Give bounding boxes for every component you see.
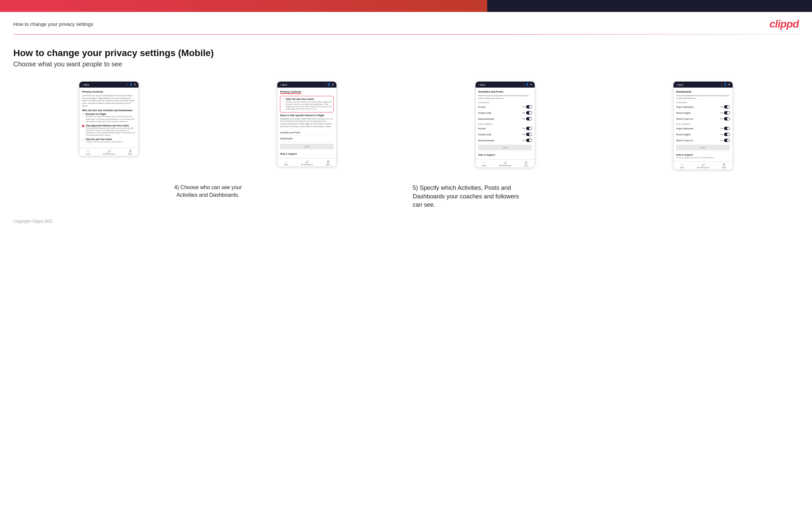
search-icon-2: ⌕ [325,83,326,86]
topbar-icons-1: ⌕ 👤 ⚙ [127,83,136,86]
radio-highlight[interactable] [282,98,284,101]
nav-performance-1[interactable]: 📈 My Performance [103,150,115,155]
toggle-player-dashboard-followers-switch[interactable] [724,127,730,130]
menu-label-3: Menu [524,165,528,167]
option-everyone: Everyone on Clippd Everyone on Clippd ca… [82,113,136,122]
toggle-practice-coaches-switch[interactable] [526,111,532,114]
nav-performance-4[interactable]: 📈 My Performance [697,163,709,169]
toggle-rounds-followers-switch[interactable] [526,127,532,130]
header-title: How to change your privacy settings [13,21,93,27]
toggle-manual-followers: Manual Activities ON [478,138,532,143]
highlight-title-2: Only You and Your Coach [286,98,332,100]
logo: clippd [769,18,799,30]
performance-icon-1: 📈 [107,150,111,153]
nav-home-1[interactable]: ⌂ Home [86,150,90,155]
performance-label-2: My Performance [301,164,313,166]
nav-menu-1[interactable]: ☰ Menu [128,150,132,155]
round-insights-label-coaches: Round Insights [676,112,691,114]
phone-nav-3: ⌂ Home 📈 My Performance ☰ Menu [475,159,535,168]
toggle-manual-followers-switch[interactable] [526,139,532,142]
toggle-practice-followers-switch[interactable] [526,133,532,136]
round-insights-label-followers: Round Insights [676,133,691,136]
performance-label-4: My Performance [697,167,709,169]
radio-approved[interactable] [82,125,84,127]
toggle-player-dashboard-followers: Player Dashboard ON [676,126,730,131]
toggle-round-insights-followers: Round Insights ON [676,132,730,137]
caption-group-right: 5) Specify which Activities, Posts and D… [406,178,796,209]
back-btn-1[interactable]: < Back [82,83,89,86]
player-dashboard-label-followers: Player Dashboard [676,127,694,130]
phone-nav-4: ⌂ Home 📈 My Performance ☰ Menu [673,161,732,170]
chevron-activities-2: › [333,131,334,134]
nav-menu-4[interactable]: ☰ Menu [722,163,726,169]
player-dashboard-label-coaches: Player Dashboard [676,106,694,108]
highlight-body-2: Only you and the coaches you connect wit… [286,101,332,111]
dashboards-label-2: Dashboards [280,137,293,140]
topbar-icons-2: ⌕ 👤 ⚙ [325,83,334,86]
performance-label-1: My Performance [103,153,115,155]
menu-label-1: Menu [128,153,132,155]
header: How to change your privacy settings clip… [0,12,812,34]
phone-mockup-1: < Back ⌕ 👤 ⚙ Privacy Controls Control ho… [79,81,139,156]
toggle-rounds-coaches-switch[interactable] [526,105,532,109]
manual-coaches-on-label: ON [522,118,525,120]
chevron-dashboards-2: › [333,137,334,140]
list-dashboards-2[interactable]: Dashboards › [280,136,334,142]
screenshot-group-3: < Back ⌕ 👤 ⚙ Activities and Posts Select… [409,81,601,168]
phone-content-1: Privacy Controls Control how you and you… [80,88,139,148]
back-btn-3[interactable]: < Back [478,83,486,86]
performance-icon-4: 📈 [701,163,705,167]
toggle-round-insights-followers-switch[interactable] [724,133,730,136]
menu-icon-3: ☰ [525,161,527,165]
phone-mockup-3: < Back ⌕ 👤 ⚙ Activities and Posts Select… [475,81,535,168]
back-btn-2[interactable]: < Back [280,83,287,86]
back-btn-4[interactable]: < Back [676,83,683,86]
save-btn-4[interactable]: Save [676,145,730,150]
nav-performance-2[interactable]: 📈 My Performance [301,160,313,166]
footer: Copyright Clippd 2022 [0,209,812,230]
search-icon-3: ⌕ [523,83,524,86]
menu-icon-4: ☰ [723,163,725,167]
player-dashboard-coaches-on: ON [720,106,723,108]
menu-icon-2: ☰ [327,160,329,164]
toggle-player-dashboard-coaches-switch[interactable] [724,105,730,109]
toggle-what-to-work-followers-switch[interactable] [724,139,730,142]
home-label-2: Home [284,164,288,166]
screenshot-group-4: < Back ⌕ 👤 ⚙ Dashboards Select the dashb… [607,81,799,170]
toggle-what-to-work-coaches: What To Work On ON [676,116,730,121]
phone-topbar-2: < Back ⌕ 👤 ⚙ [277,81,337,88]
radio-coach-only[interactable] [82,138,84,141]
top-bar-right [487,0,812,12]
option-coach-only-label: Only You and Your Coach [86,138,123,140]
help-support-body-4: Visit our Clippd community to troublesho… [676,157,730,159]
toggle-practice-coaches: Practice Drills ON [478,111,532,115]
toggle-round-insights-coaches-switch[interactable] [724,111,730,114]
radio-everyone[interactable] [82,113,84,115]
settings-icon-3: ⚙ [530,83,532,86]
option-approved-label: Only Approved Followers and Your Coach [86,124,136,127]
nav-menu-3[interactable]: ☰ Menu [524,161,528,167]
nav-home-2[interactable]: ⌂ Home [284,160,288,166]
manual-label-coaches: Manual Activities [478,118,494,120]
tab-label-2: Privacy Controls [280,90,301,93]
option-approved-desc: Only approved followers and coaches you … [86,127,136,137]
nav-home-4[interactable]: ⌂ Home [680,163,684,169]
what-to-work-label-coaches: What To Work On [676,118,693,120]
save-btn-2[interactable]: Save [280,144,334,149]
top-bar-left [0,0,487,12]
list-activities-2[interactable]: Activities and Posts › [280,130,334,136]
nav-home-3[interactable]: ⌂ Home [482,161,486,167]
option-approved: Only Approved Followers and Your Coach O… [82,124,136,137]
toggle-manual-coaches-switch[interactable] [526,117,532,120]
nav-menu-2[interactable]: ☰ Menu [326,160,331,166]
player-dashboard-followers-on: ON [720,127,723,129]
activities-label-2: Activities and Posts [280,131,300,134]
who-label-1: Who Can See Your Activities and Dashboar… [82,109,136,111]
phone-mockup-4: < Back ⌕ 👤 ⚙ Dashboards Select the dashb… [673,81,733,170]
phone-content-4: Dashboards Select the dashboards that yo… [673,88,732,161]
toggle-what-to-work-coaches-switch[interactable] [724,117,730,120]
screenshots-row: < Back ⌕ 👤 ⚙ Privacy Controls Control ho… [13,81,799,170]
nav-performance-3[interactable]: 📈 My Performance [499,161,511,167]
save-btn-3[interactable]: Save [478,145,532,150]
phone-content-2: Privacy Controls Only You and Your Coach… [277,88,337,158]
